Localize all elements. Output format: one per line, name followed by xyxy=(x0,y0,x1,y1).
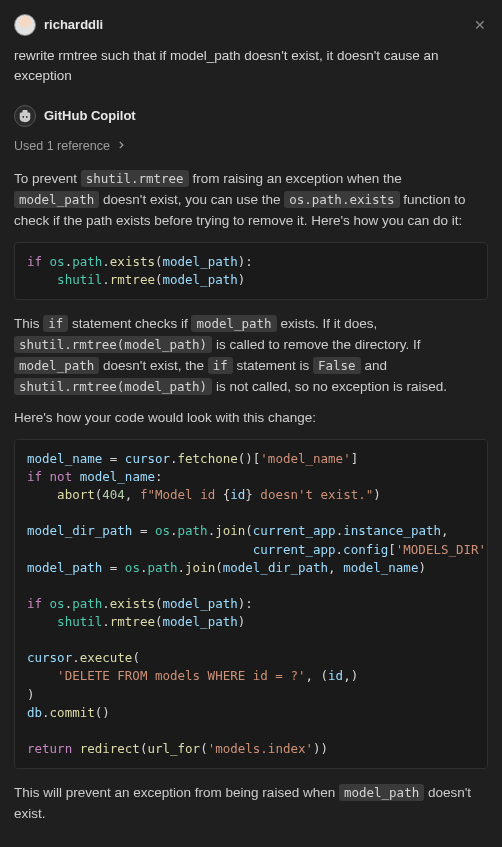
user-author-label: richarddli xyxy=(44,15,103,35)
user-message-header: richarddli ✕ xyxy=(14,14,488,36)
close-icon[interactable]: ✕ xyxy=(472,16,488,34)
references-label: Used 1 reference xyxy=(14,137,110,156)
inline-code: if xyxy=(208,357,233,374)
inline-code: model_path xyxy=(191,315,276,332)
inline-code: shutil.rmtree(model_path) xyxy=(14,336,212,353)
assistant-paragraph-4: This will prevent an exception from bein… xyxy=(14,783,488,825)
inline-code: model_path xyxy=(14,191,99,208)
inline-code: shutil.rmtree(model_path) xyxy=(14,378,212,395)
user-message-text: rewrite rmtree such that if model_path d… xyxy=(14,46,488,87)
inline-code: if xyxy=(43,315,68,332)
inline-code: os.path.exists xyxy=(284,191,399,208)
user-avatar-icon xyxy=(14,14,36,36)
assistant-author-label: GitHub Copilot xyxy=(44,106,136,126)
inline-code: shutil.rmtree xyxy=(81,170,189,187)
assistant-paragraph-1: To prevent shutil.rmtree from raising an… xyxy=(14,169,488,232)
assistant-message: GitHub Copilot Used 1 reference To preve… xyxy=(14,105,488,825)
assistant-message-header: GitHub Copilot xyxy=(14,105,488,127)
inline-code: model_path xyxy=(339,784,424,801)
assistant-paragraph-2: This if statement checks if model_path e… xyxy=(14,314,488,398)
code-block-2[interactable]: model_name = cursor.fetchone()['model_na… xyxy=(14,439,488,769)
chevron-right-icon xyxy=(116,137,126,156)
copilot-avatar-icon xyxy=(14,105,36,127)
inline-code: False xyxy=(313,357,361,374)
inline-code: model_path xyxy=(14,357,99,374)
code-block-1[interactable]: if os.path.exists(model_path): shutil.rm… xyxy=(14,242,488,300)
references-toggle[interactable]: Used 1 reference xyxy=(14,137,488,156)
user-message: richarddli ✕ rewrite rmtree such that if… xyxy=(14,14,488,87)
assistant-paragraph-3: Here's how your code would look with thi… xyxy=(14,408,488,429)
